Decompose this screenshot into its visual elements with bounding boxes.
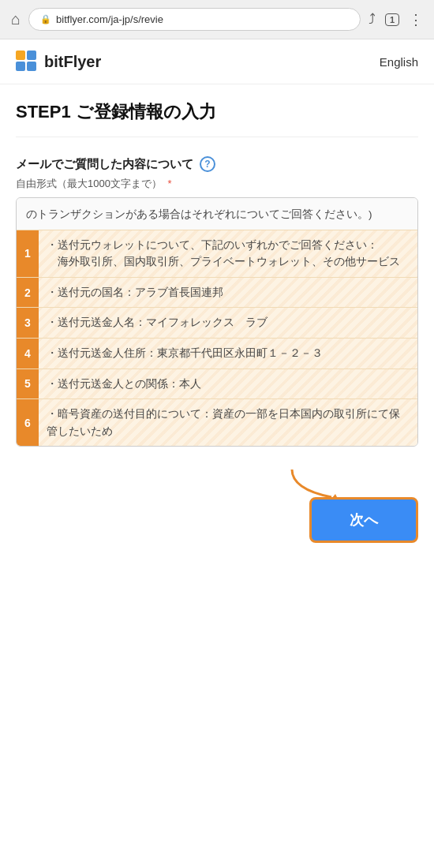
item-number-6: 6 xyxy=(17,399,39,446)
item-content-3: ・送付元送金人名：マイフォレックス ラブ xyxy=(39,308,417,338)
share-icon[interactable]: ⤴ xyxy=(369,11,376,28)
item-number-3: 3 xyxy=(17,308,39,338)
item-content-1: ・送付元ウォレットについて、下記のいずれかでご回答ください： 海外取引所、国内取… xyxy=(39,230,417,277)
required-star: * xyxy=(168,178,172,189)
bottom-action-area: 次へ xyxy=(16,466,418,543)
svg-rect-0 xyxy=(16,51,25,60)
textarea-intro: のトランザクションがある場合はそれぞれについてご回答ください。) xyxy=(17,198,417,230)
section-label: メールでご質問した内容について ? xyxy=(16,156,418,172)
list-item: 1 ・送付元ウォレットについて、下記のいずれかでご回答ください： 海外取引所、国… xyxy=(17,230,417,277)
browser-actions: ⤴ 1 ⋮ xyxy=(369,11,423,28)
url-bar[interactable]: 🔒 bitflyer.com/ja-jp/s/revie xyxy=(28,8,361,31)
svg-rect-2 xyxy=(16,62,25,71)
item-number-5: 5 xyxy=(17,369,39,399)
language-button[interactable]: English xyxy=(380,55,418,69)
list-item: 4 ・送付元送金人住所：東京都千代田区永田町１－２－３ xyxy=(17,338,417,369)
list-item: 2 ・送付元の国名：アラブ首長国連邦 xyxy=(17,277,417,308)
list-item: 5 ・送付元送金人との関係：本人 xyxy=(17,369,417,399)
site-header: bitFlyer English xyxy=(0,39,434,84)
textarea-container[interactable]: のトランザクションがある場合はそれぞれについてご回答ください。) 1 ・送付元ウ… xyxy=(16,197,418,447)
next-button-wrapper: 次へ xyxy=(16,497,418,543)
help-icon[interactable]: ? xyxy=(200,156,215,172)
next-button[interactable]: 次へ xyxy=(309,497,418,543)
url-text: bitflyer.com/ja-jp/s/revie xyxy=(56,13,163,25)
list-item: 6 ・暗号資産の送付目的について：資産の一部を日本国内の取引所にて保管したいため xyxy=(17,398,417,446)
step-title: STEP1 ご登録情報の入力 xyxy=(16,100,418,137)
logo-text: bitFlyer xyxy=(44,53,101,71)
item-number-4: 4 xyxy=(17,339,39,369)
item-content-6: ・暗号資産の送付目的について：資産の一部を日本国内の取引所にて保管したいため xyxy=(39,399,417,446)
item-number-2: 2 xyxy=(17,278,39,308)
lock-icon: 🔒 xyxy=(40,14,51,24)
item-number-1: 1 xyxy=(17,230,39,277)
highlighted-items: 1 ・送付元ウォレットについて、下記のいずれかでご回答ください： 海外取引所、国… xyxy=(17,230,417,447)
more-icon[interactable]: ⋮ xyxy=(409,11,423,28)
browser-bar: ⌂ 🔒 bitflyer.com/ja-jp/s/revie ⤴ 1 ⋮ xyxy=(0,0,434,39)
field-sublabel: 自由形式（最大1000文字まで） * xyxy=(16,177,418,191)
list-item: 3 ・送付元送金人名：マイフォレックス ラブ xyxy=(17,307,417,338)
item-content-2: ・送付元の国名：アラブ首長国連邦 xyxy=(39,278,417,308)
logo-area: bitFlyer xyxy=(16,51,101,73)
item-content-4: ・送付元送金人住所：東京都千代田区永田町１－２－３ xyxy=(39,339,417,369)
home-icon[interactable]: ⌂ xyxy=(11,10,21,28)
svg-rect-1 xyxy=(27,51,36,60)
page-content: STEP1 ご登録情報の入力 メールでご質問した内容について ? 自由形式（最大… xyxy=(0,84,434,868)
tab-count[interactable]: 1 xyxy=(385,13,399,26)
svg-rect-3 xyxy=(27,62,36,71)
bitflyer-logo-icon xyxy=(16,51,38,73)
item-content-5: ・送付元送金人との関係：本人 xyxy=(39,369,417,399)
